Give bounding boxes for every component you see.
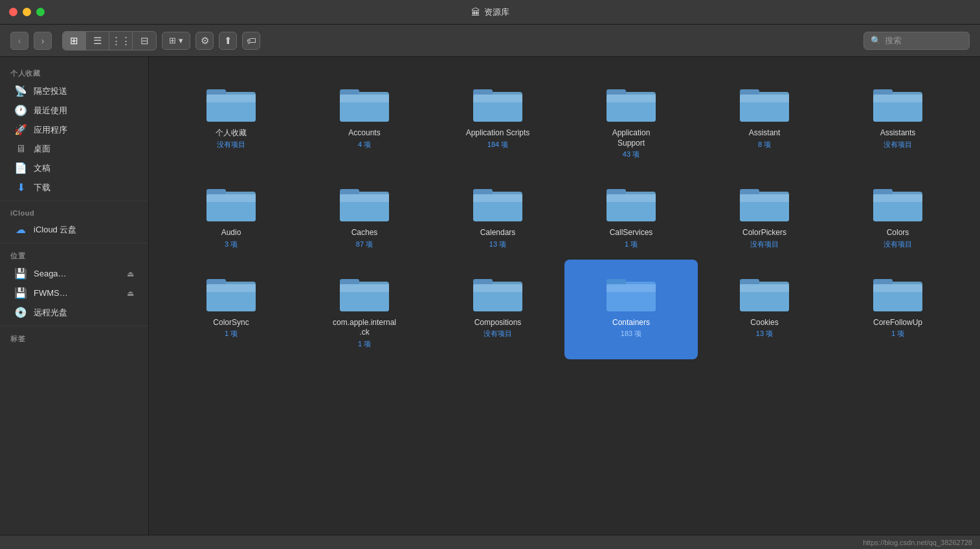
svg-rect-3 bbox=[206, 95, 256, 102]
folder-item[interactable]: ColorPickers没有项目 bbox=[698, 170, 831, 260]
action-gear-button[interactable]: ⚙ bbox=[195, 32, 214, 50]
icloud-icon: ☁ bbox=[14, 223, 27, 236]
folder-item[interactable]: Caches87 项 bbox=[298, 170, 431, 260]
sidebar-item-label: 下载 bbox=[34, 182, 50, 194]
svg-rect-19 bbox=[740, 95, 789, 102]
svg-rect-51 bbox=[206, 284, 256, 292]
svg-rect-55 bbox=[340, 284, 389, 292]
sidebar-item-apps[interactable]: 🚀 应用程序 bbox=[4, 120, 144, 139]
sidebar-icloud-label: iCloud bbox=[0, 205, 148, 219]
sidebar-item-label: 桌面 bbox=[34, 143, 50, 155]
folder-icon bbox=[472, 80, 524, 123]
folder-item[interactable]: Application Support43 项 bbox=[564, 70, 698, 170]
sidebar-item-documents[interactable]: 📄 文稿 bbox=[4, 159, 144, 177]
sidebar-item-remote-disc[interactable]: 💿 远程光盘 bbox=[4, 303, 144, 322]
folder-icon bbox=[739, 180, 790, 223]
arrange-label: ▾ bbox=[179, 36, 183, 45]
folder-item[interactable]: Accounts4 项 bbox=[298, 70, 431, 170]
sidebar-item-airdrop[interactable]: 📡 隔空投送 bbox=[4, 82, 144, 100]
folder-item[interactable]: CallServices1 项 bbox=[564, 170, 698, 260]
window-controls[interactable] bbox=[9, 8, 45, 16]
folder-count: 1 项 bbox=[891, 329, 904, 339]
folder-count: 13 项 bbox=[756, 329, 773, 339]
sidebar-item-desktop[interactable]: 🖥 桌面 bbox=[4, 140, 144, 158]
svg-rect-35 bbox=[473, 194, 522, 202]
eject-seagate-button[interactable]: ⏏ bbox=[127, 269, 134, 278]
sidebar-tags-label: 标签 bbox=[0, 330, 148, 346]
folder-count: 没有项目 bbox=[750, 240, 779, 249]
view-gallery-button[interactable]: ⊟ bbox=[133, 32, 156, 50]
window-title: 🏛 资源库 bbox=[471, 6, 509, 18]
eject-fwms-button[interactable]: ⏏ bbox=[127, 289, 134, 298]
close-button[interactable] bbox=[9, 8, 17, 16]
documents-icon: 📄 bbox=[14, 162, 27, 174]
remote-disc-icon: 💿 bbox=[14, 306, 27, 319]
folder-item[interactable]: Calendars13 项 bbox=[431, 170, 564, 260]
folder-name: Containers bbox=[612, 318, 650, 328]
arrange-button[interactable]: ⊞ ▾ bbox=[162, 32, 190, 50]
sidebar-item-label: FWMS… bbox=[34, 288, 68, 298]
folder-icon bbox=[205, 180, 257, 223]
folder-name: ColorSync bbox=[213, 318, 249, 328]
svg-rect-47 bbox=[873, 194, 922, 202]
folder-name: Calendars bbox=[480, 228, 516, 238]
share-button[interactable]: ⬆ bbox=[219, 32, 237, 50]
main-layout: 个人收藏 📡 隔空投送 🕐 最近使用 🚀 应用程序 🖥 桌面 📄 文稿 ⬇ 下载… bbox=[0, 57, 980, 535]
sidebar-item-downloads[interactable]: ⬇ 下载 bbox=[4, 178, 144, 197]
sidebar-item-seagate[interactable]: 💾 Seaga… ⏏ bbox=[4, 264, 144, 283]
folder-name: Assistant bbox=[749, 128, 781, 139]
folder-icon bbox=[205, 270, 257, 313]
minimize-button[interactable] bbox=[23, 8, 31, 16]
folder-count: 184 项 bbox=[487, 140, 508, 150]
window-icon: 🏛 bbox=[471, 7, 480, 17]
sidebar-item-recents[interactable]: 🕐 最近使用 bbox=[4, 101, 144, 120]
sidebar-divider bbox=[0, 201, 148, 201]
folder-item[interactable]: Application Scripts184 项 bbox=[431, 70, 564, 170]
folder-item[interactable]: Containers183 项 bbox=[564, 260, 698, 359]
seagate-icon: 💾 bbox=[14, 267, 27, 280]
search-box[interactable]: 🔍 bbox=[863, 32, 970, 50]
folder-item[interactable]: CoreFollowUp1 项 bbox=[831, 260, 964, 359]
forward-button[interactable]: › bbox=[34, 32, 52, 50]
view-column-button[interactable]: ⋮⋮ bbox=[109, 32, 133, 50]
folder-item[interactable]: Colors没有项目 bbox=[831, 170, 964, 260]
search-input[interactable] bbox=[885, 36, 963, 45]
folder-count: 1 项 bbox=[358, 339, 371, 349]
view-mode-buttons: ⊞ ☰ ⋮⋮ ⊟ bbox=[62, 31, 157, 50]
folder-icon bbox=[339, 180, 390, 223]
recents-icon: 🕐 bbox=[14, 104, 27, 117]
folder-item[interactable]: Assistant8 项 bbox=[698, 70, 831, 170]
folder-item[interactable]: 个人收藏没有项目 bbox=[164, 70, 298, 170]
back-button[interactable]: ‹ bbox=[10, 32, 28, 50]
folder-item[interactable]: com.apple.internal.ck1 项 bbox=[298, 260, 431, 359]
view-icon-button[interactable]: ⊞ bbox=[63, 32, 86, 50]
view-list-button[interactable]: ☰ bbox=[86, 32, 109, 50]
folder-item[interactable]: Cookies13 项 bbox=[698, 260, 831, 359]
apps-icon: 🚀 bbox=[14, 124, 27, 136]
sidebar-item-icloud-drive[interactable]: ☁ iCloud 云盘 bbox=[4, 220, 144, 239]
folder-icon bbox=[205, 80, 257, 123]
search-icon: 🔍 bbox=[871, 36, 881, 45]
maximize-button[interactable] bbox=[36, 8, 45, 16]
folder-icon bbox=[872, 180, 924, 223]
folder-item[interactable]: Audio3 项 bbox=[164, 170, 298, 260]
folder-name: ColorPickers bbox=[742, 228, 786, 238]
tag-button[interactable]: 🏷 bbox=[242, 32, 260, 50]
folder-name: Compositions bbox=[474, 318, 522, 328]
sidebar-item-label: 文稿 bbox=[34, 162, 50, 174]
folder-count: 没有项目 bbox=[217, 140, 245, 150]
folder-name: Audio bbox=[221, 228, 241, 238]
downloads-icon: ⬇ bbox=[14, 181, 27, 194]
folder-count: 13 项 bbox=[489, 240, 506, 249]
sidebar-item-fwms[interactable]: 💾 FWMS… ⏏ bbox=[4, 284, 144, 302]
folder-count: 87 项 bbox=[356, 240, 373, 249]
folder-name: Cookies bbox=[750, 318, 778, 328]
folder-item[interactable]: ColorSync1 项 bbox=[164, 260, 298, 359]
folder-item[interactable]: Assistants没有项目 bbox=[831, 70, 964, 170]
folder-item[interactable]: Compositions没有项目 bbox=[431, 260, 564, 359]
svg-rect-67 bbox=[740, 284, 789, 292]
folder-icon bbox=[739, 270, 790, 313]
svg-rect-43 bbox=[740, 194, 789, 202]
folder-name: Application Support bbox=[599, 128, 663, 148]
folder-name: CallServices bbox=[610, 228, 653, 238]
